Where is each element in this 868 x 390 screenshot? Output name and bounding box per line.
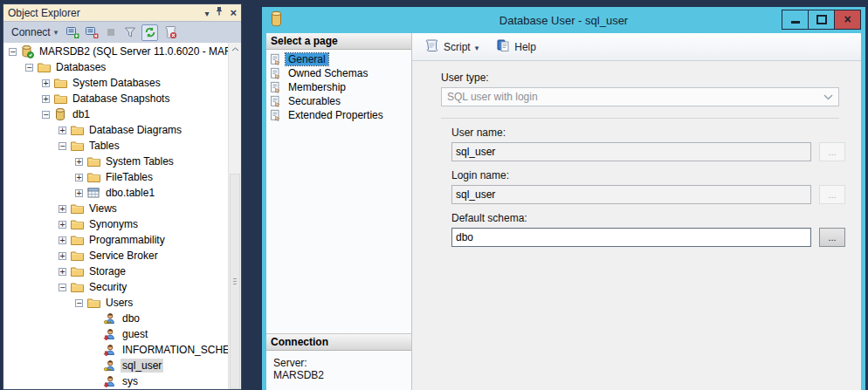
script-label: Script — [444, 41, 471, 53]
page-item-general[interactable]: General — [266, 52, 411, 66]
folder-icon — [70, 139, 84, 153]
help-button[interactable]: Help — [493, 37, 539, 57]
user-key-icon — [103, 359, 117, 373]
tree-item-db1[interactable]: −db1 — [3, 106, 228, 122]
maximize-button[interactable] — [809, 10, 834, 29]
tree-item-system-tables[interactable]: +System Tables — [3, 154, 228, 169]
tree-item-label: FileTables — [104, 170, 155, 184]
page-item-membership[interactable]: Membership — [266, 80, 411, 94]
tree-item-synonyms[interactable]: +Synonyms — [3, 216, 228, 232]
help-icon — [496, 38, 510, 55]
script-button[interactable]: Script — [421, 38, 481, 57]
page-item-securables[interactable]: Securables — [266, 94, 411, 108]
minus-expander-icon[interactable]: − — [42, 111, 50, 119]
folder-icon — [70, 264, 84, 278]
scrollbar-thumb[interactable] — [230, 174, 240, 389]
filter-icon[interactable] — [122, 25, 137, 40]
page-icon — [269, 95, 283, 107]
tree-item-sys[interactable]: sys — [3, 373, 228, 389]
folder-icon — [86, 170, 100, 184]
tree-item-information-schema[interactable]: INFORMATION_SCHEMA — [3, 342, 228, 358]
scroll-up-icon[interactable] — [229, 43, 241, 56]
minus-expander-icon[interactable]: − — [25, 64, 33, 72]
page-item-label: Membership — [286, 81, 348, 93]
plus-expander-icon[interactable]: + — [59, 268, 66, 276]
tree-item-guest[interactable]: guest — [3, 326, 228, 342]
tree-item-tables[interactable]: −Tables — [3, 138, 228, 154]
object-explorer-tree-area: −MARSDB2 (SQL Server 11.0.6020 - MARSD−D… — [3, 43, 241, 389]
close-icon[interactable]: × — [230, 7, 237, 18]
plus-expander-icon[interactable]: + — [75, 158, 83, 166]
minus-expander-icon[interactable]: − — [59, 284, 66, 291]
tree-item-database-snapshots[interactable]: +Database Snapshots — [3, 91, 228, 106]
tree-item-views[interactable]: +Views — [3, 201, 228, 216]
close-button[interactable] — [835, 10, 860, 29]
tree-scrollbar[interactable] — [228, 43, 241, 389]
plus-expander-icon[interactable]: + — [59, 236, 66, 244]
default-schema-label: Default schema: — [451, 212, 848, 224]
page-icon — [269, 81, 283, 93]
tree-item-storage[interactable]: +Storage — [3, 263, 228, 279]
server-label: Server: — [273, 357, 404, 369]
tree-item-filetables[interactable]: +FileTables — [3, 169, 228, 185]
tree-item-database-diagrams[interactable]: +Database Diagrams — [3, 122, 228, 138]
minus-expander-icon[interactable]: − — [75, 299, 83, 307]
desktop: Object Explorer × Connect — [0, 0, 868, 390]
connect-server-icon[interactable] — [65, 25, 79, 40]
chevron-down-icon[interactable] — [475, 41, 479, 53]
pages-list: GeneralOwned SchemasMembershipSecurables… — [266, 50, 411, 333]
tree-item-label: Views — [87, 202, 119, 216]
general-page-form: User type: SQL user with login User name… — [412, 61, 861, 255]
minus-expander-icon[interactable]: − — [9, 48, 17, 56]
pin-icon[interactable] — [215, 6, 224, 19]
folder-icon — [70, 233, 84, 247]
object-explorer-titlebar: Object Explorer × — [3, 4, 241, 21]
refresh-icon[interactable] — [141, 24, 158, 41]
tree-item-label: Service Broker — [87, 249, 160, 263]
plus-expander-icon[interactable]: + — [59, 127, 66, 134]
plus-expander-icon[interactable]: + — [42, 79, 50, 87]
folder-icon — [70, 280, 84, 294]
plus-expander-icon[interactable]: + — [42, 95, 50, 103]
object-explorer-tree: −MARSDB2 (SQL Server 11.0.6020 - MARSD−D… — [3, 44, 228, 389]
user-deny-icon — [103, 327, 117, 341]
page-item-extended-properties[interactable]: Extended Properties — [266, 108, 411, 122]
default-schema-input[interactable] — [451, 228, 811, 247]
dialog-titlebar[interactable]: Database User - sql_user — [266, 7, 861, 33]
page-item-label: Extended Properties — [286, 109, 386, 121]
tree-item-label: Users — [104, 296, 134, 310]
user-name-label: User name: — [451, 127, 848, 139]
tree-item-programmability[interactable]: +Programmability — [3, 232, 228, 248]
connect-button[interactable]: Connect — [9, 24, 60, 40]
plus-expander-icon[interactable]: + — [59, 252, 66, 260]
default-schema-browse-button[interactable]: ... — [819, 228, 845, 247]
window-buttons — [782, 10, 861, 30]
plus-expander-icon[interactable]: + — [59, 205, 66, 213]
server-icon — [20, 44, 34, 58]
tree-item-sql-user[interactable]: sql_user — [3, 358, 228, 373]
tree-item-users[interactable]: −Users — [3, 295, 228, 311]
tree-item-marsdb2-sql-server-11-0-6020-marsd[interactable]: −MARSDB2 (SQL Server 11.0.6020 - MARSD — [3, 44, 228, 59]
plus-expander-icon[interactable]: + — [59, 221, 66, 229]
scrollbar-grip — [233, 278, 237, 285]
tree-item-system-databases[interactable]: +System Databases — [3, 75, 228, 91]
tree-item-dbo[interactable]: dbo — [3, 311, 228, 326]
tree-item-databases[interactable]: −Databases — [3, 59, 228, 75]
login-name-input — [451, 185, 811, 204]
tree-item-service-broker[interactable]: +Service Broker — [3, 248, 228, 263]
page-item-label: Owned Schemas — [286, 67, 370, 79]
plus-expander-icon[interactable]: + — [75, 189, 83, 197]
window-position-icon[interactable] — [204, 7, 209, 19]
minimize-button[interactable] — [782, 10, 808, 29]
maximize-icon — [816, 15, 827, 24]
plus-expander-icon[interactable]: + — [75, 174, 83, 181]
user-deny-icon — [103, 343, 117, 357]
page-item-owned-schemas[interactable]: Owned Schemas — [266, 66, 411, 80]
minus-expander-icon[interactable]: − — [59, 142, 66, 150]
tree-item-dbo-table1[interactable]: +dbo.table1 — [3, 185, 228, 201]
disconnect-server-icon[interactable] — [84, 25, 99, 40]
server-value: MARSDB2 — [273, 369, 404, 381]
tree-item-security[interactable]: −Security — [3, 279, 228, 295]
user-type-value: SQL user with login — [447, 91, 538, 103]
select-a-page-panel: Select a page GeneralOwned SchemasMember… — [266, 33, 412, 390]
